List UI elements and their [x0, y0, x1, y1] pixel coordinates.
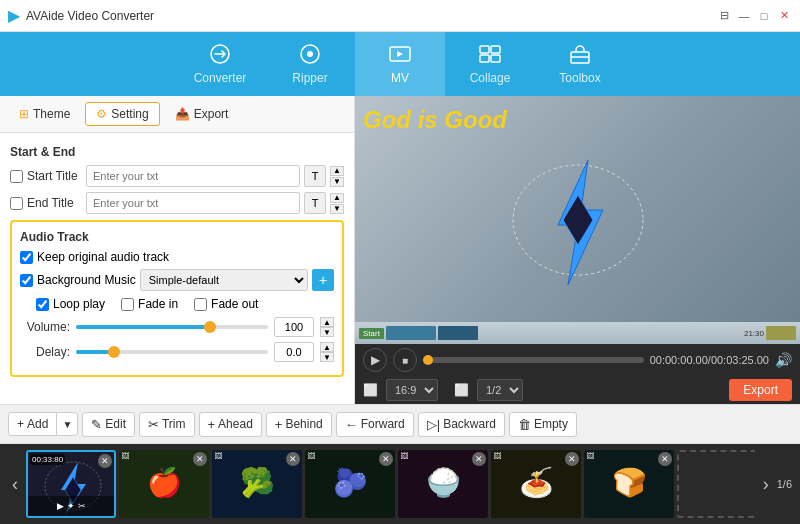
- keep-original-checkbox[interactable]: [20, 251, 33, 264]
- fade-in-checkbox[interactable]: [121, 298, 134, 311]
- timeline-prev-btn[interactable]: ‹: [8, 470, 22, 499]
- stop-btn[interactable]: ■: [393, 348, 417, 372]
- trim-btn[interactable]: ✂ Trim: [139, 412, 195, 437]
- tab-export[interactable]: 📤 Export: [164, 102, 240, 126]
- nav-mv[interactable]: MV: [355, 32, 445, 96]
- timeline-item-3[interactable]: 🥦 ✕ 🖼: [212, 450, 302, 518]
- timeline-next-btn[interactable]: ›: [759, 470, 773, 499]
- ratio-select[interactable]: 16:9: [386, 379, 438, 401]
- behind-label: Behind: [285, 417, 322, 431]
- empty-btn[interactable]: 🗑 Empty: [509, 412, 577, 437]
- svg-rect-4: [480, 46, 489, 53]
- svg-rect-7: [491, 55, 500, 62]
- volume-slider-thumb[interactable]: [204, 321, 216, 333]
- loop-play-checkbox[interactable]: [36, 298, 49, 311]
- export-btn[interactable]: Export: [729, 379, 792, 401]
- end-title-down-btn[interactable]: ▼: [330, 204, 344, 214]
- play-btn[interactable]: ▶: [363, 348, 387, 372]
- end-title-checkbox[interactable]: [10, 197, 23, 210]
- volume-down-btn[interactable]: ▼: [320, 327, 334, 337]
- ahead-btn[interactable]: + Ahead: [199, 412, 262, 437]
- add-main-btn[interactable]: + Add: [9, 413, 57, 435]
- volume-value: 100: [274, 317, 314, 337]
- delay-slider-track[interactable]: [76, 350, 268, 354]
- lightning-svg: [498, 140, 658, 300]
- backward-icon: ▷|: [427, 417, 440, 432]
- item-6-close[interactable]: ✕: [565, 452, 579, 466]
- time-display: 00:00:00.00/00:03:25.00: [650, 354, 769, 366]
- timeline-item-1[interactable]: 00:33:80 ✕ ▶ ✦ ✂: [26, 450, 116, 518]
- tab-theme[interactable]: ⊞ Theme: [8, 102, 81, 126]
- forward-icon: ←: [345, 417, 358, 432]
- bottom-toolbar: + Add ▼ ✎ Edit ✂ Trim + Ahead + Behind ←…: [0, 404, 800, 444]
- tab-setting-label: Setting: [111, 107, 148, 121]
- forward-label: Forward: [361, 417, 405, 431]
- timeline-item-2[interactable]: 🍎 ✕ 🖼: [119, 450, 209, 518]
- item-1-close[interactable]: ✕: [98, 454, 112, 468]
- end-title-input[interactable]: [86, 192, 300, 214]
- volume-slider-track[interactable]: [76, 325, 268, 329]
- bg-music-checkbox[interactable]: [20, 274, 33, 287]
- end-title-up-btn[interactable]: ▲: [330, 193, 344, 203]
- nav-collage[interactable]: Collage: [445, 32, 535, 96]
- progress-bar[interactable]: [423, 357, 644, 363]
- theme-tab-icon: ⊞: [19, 107, 29, 121]
- start-title-down-btn[interactable]: ▼: [330, 177, 344, 187]
- loop-play-label: Loop play: [36, 297, 105, 311]
- minimize-btn[interactable]: —: [736, 8, 752, 24]
- behind-btn[interactable]: + Behind: [266, 412, 332, 437]
- item-4-close[interactable]: ✕: [379, 452, 393, 466]
- collage-icon: [478, 43, 502, 69]
- nav-converter[interactable]: Converter: [175, 32, 265, 96]
- item-5-icon: 🖼: [400, 452, 408, 461]
- panel-body: Start & End Start Title T ▲ ▼ End Title: [0, 133, 354, 404]
- start-title-up-btn[interactable]: ▲: [330, 166, 344, 176]
- item-7-close[interactable]: ✕: [658, 452, 672, 466]
- trim-icon: ✂: [148, 417, 159, 432]
- svg-rect-6: [480, 55, 489, 62]
- volume-up-btn[interactable]: ▲: [320, 317, 334, 327]
- progress-thumb[interactable]: [423, 355, 433, 365]
- maximize-btn[interactable]: □: [756, 8, 772, 24]
- backward-label: Backward: [443, 417, 496, 431]
- delay-up-btn[interactable]: ▲: [320, 342, 334, 352]
- svg-text:🥦: 🥦: [240, 466, 275, 499]
- edit-btn[interactable]: ✎ Edit: [82, 412, 135, 437]
- svg-text:🍎: 🍎: [147, 466, 182, 499]
- empty-label: Empty: [534, 417, 568, 431]
- timeline-item-6[interactable]: 🍝 ✕ 🖼: [491, 450, 581, 518]
- timeline-item-7[interactable]: 🍞 ✕ 🖼: [584, 450, 674, 518]
- item-5-close[interactable]: ✕: [472, 452, 486, 466]
- volume-icon[interactable]: 🔊: [775, 352, 792, 368]
- end-title-label: End Title: [10, 196, 82, 210]
- item-2-close[interactable]: ✕: [193, 452, 207, 466]
- timeline-item-5[interactable]: 🍚 ✕ 🖼: [398, 450, 488, 518]
- bg-music-select[interactable]: Simple-default: [140, 269, 308, 291]
- start-title-checkbox[interactable]: [10, 170, 23, 183]
- start-title-input[interactable]: [86, 165, 300, 187]
- tab-setting[interactable]: ⚙ Setting: [85, 102, 159, 126]
- ratio-icon: ⬜: [363, 383, 378, 397]
- close-btn[interactable]: ✕: [776, 8, 792, 24]
- preview-title: God is Good: [363, 104, 507, 135]
- bg-music-label: Background Music: [37, 273, 136, 287]
- item-3-close[interactable]: ✕: [286, 452, 300, 466]
- start-title-t-btn[interactable]: T: [304, 165, 326, 187]
- ahead-icon: +: [208, 417, 216, 432]
- add-music-btn[interactable]: +: [312, 269, 334, 291]
- timeline-item-4[interactable]: 🫐 ✕ 🖼: [305, 450, 395, 518]
- add-dropdown-btn[interactable]: ▼: [57, 415, 77, 434]
- delay-down-btn[interactable]: ▼: [320, 352, 334, 362]
- page-select[interactable]: 1/2: [477, 379, 523, 401]
- nav-mv-label: MV: [391, 71, 409, 85]
- backward-btn[interactable]: ▷| Backward: [418, 412, 505, 437]
- nav-toolbox[interactable]: Toolbox: [535, 32, 625, 96]
- nav-ripper[interactable]: Ripper: [265, 32, 355, 96]
- end-title-t-btn[interactable]: T: [304, 192, 326, 214]
- fade-out-checkbox[interactable]: [194, 298, 207, 311]
- delay-slider-thumb[interactable]: [108, 346, 120, 358]
- forward-btn[interactable]: ← Forward: [336, 412, 414, 437]
- grid-icon[interactable]: ⊟: [716, 8, 732, 24]
- tab-export-label: Export: [194, 107, 229, 121]
- preview-area: God is Good Start 21:30: [355, 96, 800, 344]
